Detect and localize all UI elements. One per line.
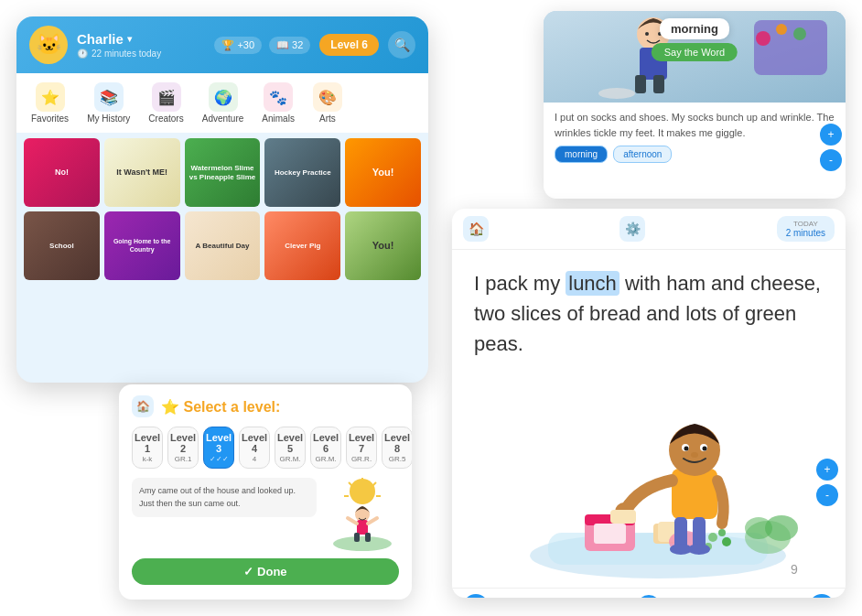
books-grid: No! It Wasn't ME! Watermelon Slime vs Pi… — [16, 133, 428, 286]
svg-rect-31 — [594, 524, 626, 544]
svg-line-25 — [368, 518, 377, 524]
level-button[interactable]: Level 6 — [319, 34, 379, 56]
reading-illustration: 9 + - — [452, 377, 846, 588]
svg-point-12 — [598, 88, 635, 99]
reading-scene-svg: 9 — [475, 382, 823, 583]
say-word-button[interactable]: Say the Word — [652, 43, 738, 61]
vocab-image: morning Say the Word — [544, 11, 846, 103]
reading-side-nav: + - — [816, 459, 838, 506]
reading-home-button[interactable]: 🏠 — [463, 216, 489, 242]
level-btn-4[interactable]: Level 4 4 — [239, 427, 270, 469]
favorites-icon: ⭐ — [36, 82, 65, 112]
history-icon: 📚 — [94, 82, 124, 112]
vocab-word-bubble: morning — [660, 18, 729, 39]
level-btn-2[interactable]: Level 2 GR.1 — [167, 427, 199, 469]
svg-point-54 — [745, 517, 772, 539]
level-scene-svg — [326, 478, 399, 551]
level-btn-3[interactable]: Level 3 ✓✓✓ — [203, 427, 234, 469]
search-button[interactable]: 🔍 — [388, 31, 415, 59]
svg-point-4 — [793, 27, 806, 40]
svg-point-51 — [688, 544, 710, 555]
level-btn-8[interactable]: Level 8 GR.5 — [382, 427, 412, 469]
vocab-nav-down-button[interactable]: - — [820, 149, 842, 171]
sidebar-item-history[interactable]: 📚 My History — [80, 79, 137, 127]
level-btn-5[interactable]: Level 5 GR.M. — [275, 427, 306, 469]
reading-content: I pack my lunch with ham and cheese, two… — [452, 250, 846, 377]
vocab-tabs: morning afternoon — [555, 146, 835, 163]
animals-icon: 🐾 — [264, 82, 293, 112]
list-item[interactable]: No! — [24, 138, 100, 207]
reading-settings-button[interactable]: ⚙️ — [620, 216, 645, 242]
svg-point-3 — [776, 24, 787, 35]
list-item[interactable]: It Wasn't ME! — [104, 138, 180, 207]
svg-rect-39 — [672, 469, 717, 519]
svg-rect-47 — [610, 510, 636, 524]
level-buttons: Level 1 k-k Level 2 GR.1 Level 3 ✓✓✓ Lev… — [132, 427, 399, 469]
vocab-nav-buttons: + - — [820, 124, 842, 171]
svg-point-13 — [350, 479, 375, 504]
home-button[interactable]: 🏠 — [132, 395, 154, 417]
svg-point-43 — [684, 447, 689, 451]
vocab-panel: morning Say the Word I put on socks and … — [544, 11, 846, 199]
svg-point-44 — [703, 447, 707, 451]
sidebar-item-adventure[interactable]: 🌍 Adventure — [195, 79, 252, 127]
reading-page-indicator: 11 — [637, 595, 661, 598]
chevron-down-icon: ▾ — [127, 34, 132, 44]
level-content: Amy came out of the house and looked up.… — [132, 478, 399, 551]
reading-header: 🏠 ⚙️ TODAY 2 minutes — [452, 209, 846, 250]
list-item[interactable]: You! — [345, 138, 421, 207]
level-select-panel: 🏠 ⭐ Select a level: Level 1 k-k Level 2 … — [119, 384, 412, 600]
svg-rect-7 — [635, 75, 646, 93]
tab-morning[interactable]: morning — [555, 146, 608, 163]
badge-icon-2: 📖32 — [269, 37, 310, 54]
list-item[interactable]: Clever Pig — [264, 211, 340, 280]
library-header: 🐱 Charlie ▾ 🕐 22 minutes today 🏆+30 📖32 … — [16, 16, 428, 73]
level-select-header: 🏠 ⭐ Select a level: — [132, 395, 399, 417]
level-btn-6[interactable]: Level 6 GR.M. — [310, 427, 341, 469]
sidebar-item-animals[interactable]: 🐾 Animals — [254, 79, 302, 127]
svg-rect-21 — [357, 520, 368, 535]
adventure-icon: 🌍 — [209, 82, 238, 112]
vocab-text: I put on socks and shoes. My socks bunch… — [555, 110, 835, 140]
avatar: 🐱 — [29, 26, 68, 64]
username[interactable]: Charlie ▾ — [77, 31, 205, 47]
reading-panel: 🏠 ⚙️ TODAY 2 minutes I pack my lunch wit… — [452, 209, 846, 598]
svg-text:9: 9 — [791, 562, 798, 577]
sidebar-item-creators[interactable]: 🎬 Creators — [141, 79, 190, 127]
list-item[interactable]: You! — [345, 211, 421, 280]
svg-point-35 — [718, 529, 726, 536]
done-button[interactable]: ✓ Done — [132, 558, 399, 585]
svg-point-2 — [756, 31, 770, 46]
level-illustration — [326, 478, 399, 551]
streak-label: 🕐 22 minutes today — [77, 49, 205, 59]
list-item[interactable]: School — [24, 211, 100, 280]
list-item[interactable]: Hockey Practice — [264, 138, 340, 207]
reading-footer: ◀ 11 ▶ — [452, 588, 846, 598]
vocab-nav-up-button[interactable]: + — [820, 124, 842, 146]
arts-icon: 🎨 — [313, 82, 342, 112]
reading-next-button[interactable]: ▶ — [809, 594, 835, 598]
svg-point-19 — [333, 536, 392, 551]
list-item[interactable]: Watermelon Slime vs Pineapple Slime — [185, 138, 261, 207]
vocab-content: I put on socks and shoes. My socks bunch… — [544, 103, 846, 170]
reading-text: I pack my lunch with ham and cheese, two… — [474, 268, 824, 359]
creators-icon: 🎬 — [152, 82, 181, 112]
badges: 🏆+30 📖32 — [214, 37, 310, 54]
reading-highlight-word: lunch — [566, 271, 620, 296]
reading-zoom-in-button[interactable]: + — [816, 459, 838, 481]
level-btn-1[interactable]: Level 1 k-k — [132, 427, 163, 469]
svg-point-34 — [708, 533, 717, 542]
list-item[interactable]: Going Home to the Country — [104, 211, 180, 280]
svg-rect-22 — [354, 533, 360, 542]
reading-prev-button[interactable]: ◀ — [463, 594, 489, 598]
sidebar-item-favorites[interactable]: ⭐ Favorites — [24, 79, 76, 127]
level-btn-7[interactable]: Level 7 GR.R. — [346, 427, 377, 469]
svg-line-24 — [348, 518, 357, 524]
svg-rect-8 — [653, 75, 664, 93]
reading-zoom-out-button[interactable]: - — [816, 484, 838, 506]
level-select-title: ⭐ Select a level: — [161, 398, 280, 416]
tab-afternoon[interactable]: afternoon — [613, 146, 672, 163]
sidebar-item-arts[interactable]: 🎨 Arts — [306, 79, 350, 127]
library-panel: 🐱 Charlie ▾ 🕐 22 minutes today 🏆+30 📖32 … — [16, 16, 428, 383]
list-item[interactable]: A Beautiful Day — [185, 211, 261, 280]
